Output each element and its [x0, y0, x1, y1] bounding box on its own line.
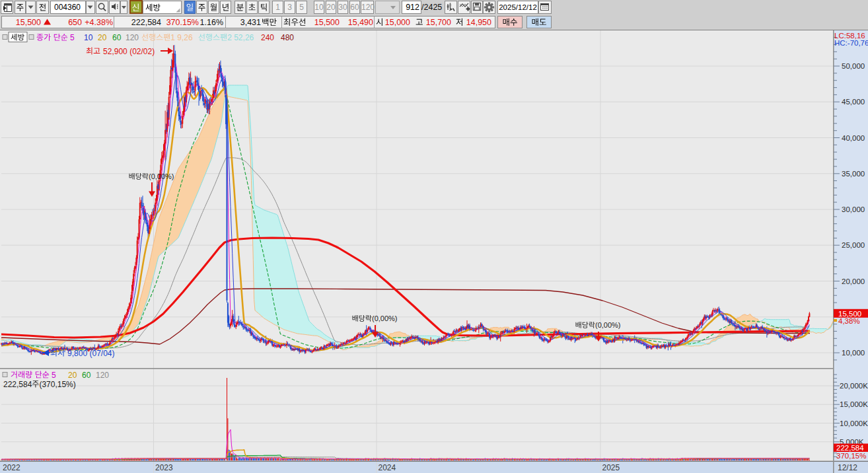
- svg-text:(370,15%): (370,15%): [39, 380, 75, 389]
- svg-text:15,700: 15,700: [426, 18, 451, 27]
- svg-text:50,000: 50,000: [842, 62, 865, 70]
- svg-text:120: 120: [96, 371, 109, 380]
- svg-text:HC:-70,76: HC:-70,76: [834, 39, 868, 47]
- svg-text:650: 650: [68, 18, 82, 27]
- svg-text:480: 480: [281, 33, 294, 42]
- svg-text:15,500: 15,500: [838, 310, 861, 318]
- svg-text:40,000: 40,000: [842, 134, 865, 142]
- svg-text:10,000K: 10,000K: [840, 419, 868, 427]
- svg-text:15,500: 15,500: [16, 18, 41, 27]
- svg-text:370.15%: 370.15%: [166, 18, 199, 27]
- svg-text:(0,00%): (0,00%): [595, 321, 621, 329]
- svg-text:25,000: 25,000: [842, 241, 865, 249]
- svg-text:14,950: 14,950: [466, 18, 491, 27]
- svg-text:2025: 2025: [602, 463, 620, 472]
- svg-text:35,000: 35,000: [842, 170, 865, 178]
- svg-text:20,000: 20,000: [842, 277, 865, 285]
- svg-text:10: 10: [84, 33, 93, 42]
- svg-text:20: 20: [68, 371, 77, 380]
- svg-text:2023: 2023: [155, 463, 173, 472]
- svg-text:15,500: 15,500: [314, 18, 340, 27]
- svg-text:15,000: 15,000: [385, 18, 410, 27]
- svg-text:4,38%: 4,38%: [838, 317, 860, 325]
- svg-text:222,584: 222,584: [836, 444, 864, 452]
- svg-text:240: 240: [261, 33, 274, 42]
- svg-text:370,15%: 370,15%: [836, 452, 866, 460]
- svg-text:1.16%: 1.16%: [200, 18, 223, 27]
- svg-text:30,000: 30,000: [842, 205, 865, 213]
- svg-text:45,000: 45,000: [842, 98, 865, 106]
- svg-text:2022: 2022: [3, 463, 20, 472]
- svg-text:+4.38%: +4.38%: [85, 18, 113, 27]
- svg-text:5: 5: [70, 33, 75, 42]
- svg-text:3,431: 3,431: [240, 18, 261, 27]
- svg-text:(0,00%): (0,00%): [372, 314, 398, 322]
- svg-text:60: 60: [112, 33, 122, 42]
- svg-text:10,000: 10,000: [842, 349, 865, 357]
- svg-text:52,900 (02/02): 52,900 (02/02): [103, 47, 155, 56]
- svg-text:2 52,26: 2 52,26: [227, 33, 254, 42]
- svg-text:12/12: 12/12: [838, 463, 857, 472]
- svg-text:20: 20: [98, 33, 107, 42]
- svg-text:1 9,26: 1 9,26: [170, 33, 193, 42]
- svg-text:222,584: 222,584: [131, 18, 161, 27]
- svg-text:5: 5: [52, 371, 56, 380]
- svg-text:15,000K: 15,000K: [840, 400, 868, 408]
- svg-text:222,584: 222,584: [3, 380, 32, 389]
- svg-text:LC:58,16: LC:58,16: [834, 32, 865, 40]
- svg-text:120: 120: [126, 33, 139, 42]
- svg-text:(0,00%): (0,00%): [149, 172, 174, 180]
- svg-text:60: 60: [82, 371, 91, 380]
- svg-text:2024: 2024: [379, 463, 396, 472]
- svg-text:20,000K: 20,000K: [840, 382, 868, 390]
- svg-text:15,490: 15,490: [348, 18, 373, 27]
- svg-text:9,800 (07/04): 9,800 (07/04): [67, 349, 114, 358]
